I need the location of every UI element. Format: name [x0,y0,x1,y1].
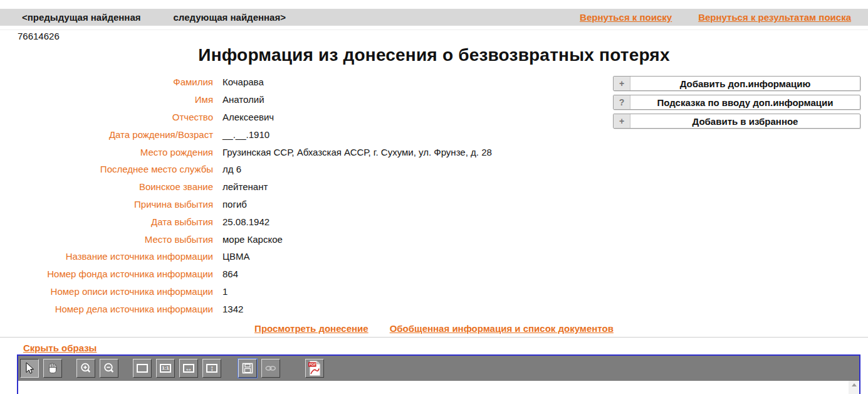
field-label: Номер описи источника информации [0,286,213,297]
hide-images-wrap: Скрыть образы [23,343,97,353]
field-label: Название источника информации [0,251,213,262]
field-label: Фамилия [0,77,213,87]
back-to-search-link[interactable]: Вернуться к поиску [580,12,672,23]
field-row-patronymic: Отчество Алексеевич [0,109,492,126]
field-value: Алексеевич [222,112,274,122]
field-label: Дата рождения/Возраст [0,129,213,140]
field-label: Отчество [0,112,213,122]
field-row-source-name: Название источника информации ЦВМА [0,248,492,265]
field-value: погиб [222,199,247,210]
field-row-loss-place: Место выбытия море Карское [0,230,492,248]
field-value: лейтенант [222,181,268,192]
marquee-zoom-button[interactable] [133,359,152,378]
field-label: Место рождения [0,147,213,157]
question-icon: ? [614,95,630,109]
field-value: море Карское [222,234,283,245]
field-row-source-inventory: Номер описи источника информации 1 [0,283,492,301]
rectangle-icon [137,364,148,373]
image-viewer-panel: 1:1 ↔ ↕ [17,354,860,394]
field-value: Кочарава [222,77,264,87]
field-label: Воинское звание [0,181,213,192]
viewer-toolbar: 1:1 ↔ ↕ [18,356,859,381]
field-row-loss-reason: Причина выбытия погиб [0,196,492,213]
field-value: 1342 [222,304,243,314]
top-navigation-bar: <предыдущая найденная следующая найденна… [0,9,868,26]
scroll-up-icon[interactable] [852,383,857,386]
fit-width-icon: ↔ [183,364,194,373]
field-label: Номер дела источника информации [0,304,213,314]
field-value: 1 [222,286,227,297]
hide-images-link[interactable]: Скрыть образы [23,343,97,353]
link-button[interactable] [261,359,280,378]
field-value: ЦВМА [222,251,250,262]
field-row-surname: Фамилия Кочарава [0,73,492,91]
pdf-icon: PDF [308,360,322,376]
topbar-divider [0,29,868,30]
return-links: Вернуться к поиску Вернуться к результат… [580,12,851,23]
field-row-rank: Воинское звание лейтенант [0,178,492,196]
save-button[interactable] [238,359,257,378]
field-value: __.__.1910 [222,129,269,140]
view-report-link[interactable]: Просмотреть донесение [254,323,369,334]
svg-text:PDF: PDF [309,363,316,366]
field-label: Последнее место службы [0,164,213,174]
field-value: 25.08.1942 [222,216,269,227]
actual-size-icon: 1:1 [160,364,171,373]
field-label: Номер фонда источника информации [0,269,213,279]
viewer-body [18,381,859,394]
field-value: лд 6 [222,164,241,174]
actual-size-button[interactable]: 1:1 [156,359,175,378]
back-to-results-link[interactable]: Вернуться к результатам поиска [698,12,851,23]
previous-found-link[interactable]: <предыдущая найденная [22,12,141,23]
field-row-last-service: Последнее место службы лд 6 [0,161,492,178]
select-tool-button[interactable] [20,359,39,378]
field-row-source-case: Номер дела источника информации 1342 [0,300,492,317]
field-row-birthdate: Дата рождения/Возраст __.__.1910 [0,125,492,143]
zoom-out-button[interactable] [100,359,118,378]
action-buttons: + Добавить доп.информацию ? Подсказка по… [613,76,860,129]
hand-icon [46,362,59,375]
field-value: Анатолий [222,94,264,105]
document-links: Просмотреть донесение Обобщенная информа… [0,323,868,334]
fit-width-button[interactable]: ↔ [179,359,198,378]
add-info-button[interactable]: + Добавить доп.информацию [613,76,860,91]
plus-icon: + [614,77,630,90]
field-row-loss-date: Дата выбытия 25.08.1942 [0,213,492,230]
pan-tool-button[interactable] [43,359,62,378]
section-divider [0,337,868,338]
vertical-scrollbar[interactable] [849,381,859,394]
add-info-label: Добавить доп.информацию [630,78,860,89]
field-row-source-fund: Номер фонда источника информации 864 [0,265,492,283]
zoom-in-button[interactable] [76,359,95,378]
field-row-birthplace: Место рождения Грузинская ССР, Абхазская… [0,143,492,161]
field-label: Место выбытия [0,234,213,245]
pdf-export-button[interactable]: PDF [305,359,324,378]
field-value: Грузинская ССР, Абхазская АССР, г. Сухум… [222,147,492,157]
fit-height-icon: ↕ [206,364,217,373]
zoom-out-icon [103,362,115,375]
cursor-icon [23,362,36,375]
zoom-in-icon [80,362,92,375]
next-found-link[interactable]: следующая найденная> [174,12,286,23]
field-row-firstname: Имя Анатолий [0,91,492,109]
info-hint-button[interactable]: ? Подсказка по вводу доп.информации [613,95,860,110]
add-favorites-button[interactable]: + Добавить в избранное [613,114,860,129]
chain-link-icon [264,364,277,373]
floppy-save-icon [241,362,254,375]
field-label: Дата выбытия [0,216,213,227]
field-label: Имя [0,94,213,105]
summary-documents-link[interactable]: Обобщенная информация и список документо… [390,323,614,334]
plus-icon: + [614,114,630,128]
record-id: 76614626 [18,31,60,41]
fit-height-button[interactable]: ↕ [202,359,221,378]
record-fields: Фамилия Кочарава Имя Анатолий Отчество А… [0,73,492,317]
found-record-nav: <предыдущая найденная следующая найденна… [22,12,286,23]
field-value: 864 [222,269,238,279]
info-hint-label: Подсказка по вводу доп.информации [630,97,860,108]
field-label: Причина выбытия [0,199,213,210]
add-favorites-label: Добавить в избранное [630,116,860,127]
page-title: Информация из донесения о безвозвратных … [0,45,868,65]
image-canvas[interactable] [18,381,849,394]
